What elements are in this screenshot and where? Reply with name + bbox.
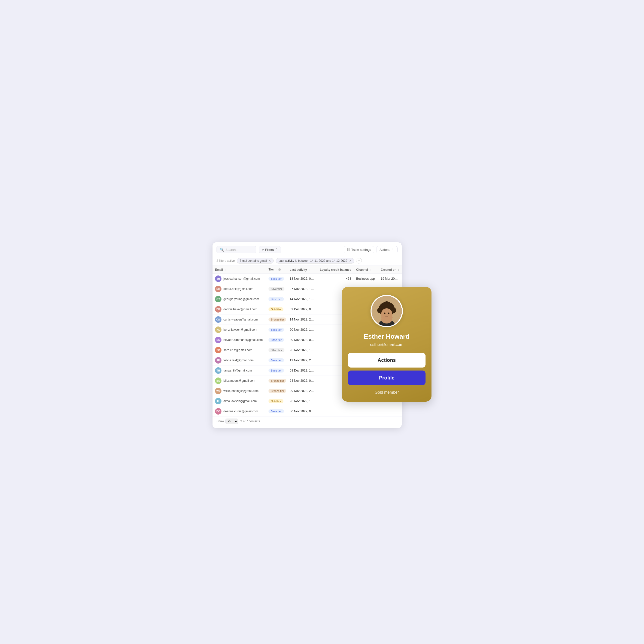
profile-card: Esther Howard esther@email.com Actions P… [342, 287, 431, 402]
cell-tier: Silver tier [266, 345, 287, 355]
row-avatar: TH [215, 367, 221, 374]
cell-email: DB debbie.baker@gmail.com [213, 304, 266, 315]
email-text: kenzi.lawson@gmail.com [223, 328, 257, 331]
filters-button[interactable]: ▿ Filters ⌃ [259, 246, 281, 253]
table-row[interactable]: JH jessica.hanson@gmail.com Base tier18 … [213, 274, 402, 284]
col-header-created[interactable]: Created on ↕ [378, 266, 402, 274]
cell-email: SC sara.cruz@gmail.com [213, 345, 266, 355]
email-text: georgia.young@gmail.com [223, 297, 259, 301]
row-avatar: DH [215, 286, 221, 292]
tier-sort-icon: ↕ [275, 268, 277, 271]
email-text: felicia.reid@gmail.com [223, 359, 254, 362]
table-settings-button[interactable]: ☷ Table settings [344, 246, 375, 253]
toolbar: 🔍 Search... ▿ Filters ⌃ ☷ Table settings… [213, 242, 402, 256]
filter-chip-activity-label: Last activity is between 14-11-2022 and … [278, 259, 347, 263]
cell-channel [354, 406, 378, 417]
row-avatar: GY [215, 296, 221, 302]
actions-button[interactable]: Actions ⋮ [376, 246, 398, 253]
cell-email: BS bill.sanders@gmail.com [213, 376, 266, 386]
total-label: of 407 contacts [240, 420, 260, 423]
tier-badge: Base tier [268, 409, 284, 413]
cell-activity: 09 Dec 2022, 07… [287, 304, 317, 315]
add-filter-button[interactable]: + [356, 258, 362, 264]
col-header-tier[interactable]: Tier ↕ ⓘ [266, 266, 287, 274]
tier-badge: Base tier [268, 338, 284, 342]
filter-chip-activity-close[interactable]: ✕ [349, 259, 352, 263]
filter-chip-email-label: Email contains gmail [239, 259, 267, 263]
toolbar-left: 🔍 Search... ▿ Filters ⌃ [216, 246, 281, 253]
filter-chip-email: Email contains gmail ✕ [237, 258, 274, 264]
cell-activity: 08 Dec 2022, 12… [287, 366, 317, 376]
cell-email: NS nevaeh.simmons@gmail.com [213, 335, 266, 345]
tier-badge: Silver tier [268, 287, 284, 291]
tier-badge: Bronze tier [268, 318, 286, 322]
cell-activity: 14 Nov 2022, 13:… [287, 294, 317, 304]
cell-tier: Bronze tier [266, 376, 287, 386]
per-page-select[interactable]: 25 50 100 [225, 419, 238, 424]
col-header-loyalty[interactable]: Loyalty credit balance [317, 266, 354, 274]
search-icon: 🔍 [220, 248, 224, 252]
profile-profile-button[interactable]: Profile [348, 371, 426, 385]
cell-tier: Base tier [266, 294, 287, 304]
row-avatar: CW [215, 316, 221, 323]
col-header-activity[interactable]: Last activity ↕ [287, 266, 317, 274]
search-input-placeholder: Search... [225, 248, 238, 252]
col-header-email[interactable]: Email ↕ [213, 266, 266, 274]
cell-activity: 27 Nov 2022, 10:22 [287, 284, 317, 294]
cell-tier: Base tier [266, 355, 287, 366]
email-text: willie.jennings@gmail.com [223, 389, 259, 393]
email-text: curtis.weaver@gmail.com [223, 318, 258, 321]
table-header-row: Email ↕ Tier ↕ ⓘ Last activity ↕ Loyalty… [213, 266, 402, 274]
row-avatar: AL [215, 398, 221, 404]
svg-point-14 [388, 313, 389, 314]
cell-tier: Base tier [266, 406, 287, 417]
email-text: alma.lawson@gmail.com [223, 399, 257, 403]
cell-activity: 14 Nov 2022, 23… [287, 315, 317, 325]
row-avatar: BS [215, 377, 221, 384]
cell-email: CW curtis.weaver@gmail.com [213, 315, 266, 325]
toolbar-right: ☷ Table settings Actions ⋮ [344, 246, 398, 253]
cell-email: JH jessica.hanson@gmail.com [213, 274, 266, 284]
row-avatar: WJ [215, 388, 221, 394]
row-avatar: JH [215, 275, 221, 282]
email-text: deanna.curtis@gmail.com [223, 410, 258, 413]
tier-badge: Base tier [268, 369, 284, 373]
filter-bar: 2 filters active Email contains gmail ✕ … [213, 256, 402, 266]
filter-chip-email-close[interactable]: ✕ [268, 259, 271, 263]
cell-tier: Gold tier [266, 396, 287, 406]
search-box[interactable]: 🔍 Search... [216, 246, 256, 253]
cell-tier: Bronze tier [266, 386, 287, 396]
tier-badge: Silver tier [268, 348, 284, 352]
profile-profile-label: Profile [379, 375, 394, 380]
profile-email: esther@email.com [370, 342, 403, 347]
tier-badge: Bronze tier [268, 389, 286, 393]
filters-chevron-icon: ⌃ [275, 248, 278, 252]
tier-badge: Base tier [268, 358, 284, 362]
filter-count: 2 filters active [216, 259, 235, 263]
pagination: Show 25 50 100 of 407 contacts [213, 417, 402, 426]
col-header-channel[interactable]: Channel ↕ [354, 266, 378, 274]
svg-point-9 [388, 304, 393, 309]
cell-activity: 20 Nov 2022, 11:… [287, 325, 317, 335]
cell-activity: 30 Nov 2022, 09… [287, 406, 317, 417]
cell-activity: 23 Nov 2022, 17… [287, 396, 317, 406]
cell-activity: 18 Nov 2022, 03:44 [287, 274, 317, 284]
filter-icon: ▿ [262, 248, 264, 252]
table-icon: ☷ [347, 248, 350, 252]
row-avatar: NS [215, 337, 221, 343]
row-avatar: SC [215, 347, 221, 353]
email-text: sara.cruz@gmail.com [223, 348, 252, 352]
filter-chip-activity: Last activity is between 14-11-2022 and … [276, 258, 354, 264]
tier-badge: Base tier [268, 297, 284, 301]
tier-badge: Bronze tier [268, 379, 286, 383]
email-text: tanya.hill@gmail.com [223, 369, 252, 372]
profile-actions-label: Actions [377, 357, 396, 363]
cell-loyalty [317, 406, 354, 417]
cell-email: GY georgia.young@gmail.com [213, 294, 266, 304]
row-avatar: KL [215, 326, 221, 333]
profile-name: Esther Howard [364, 333, 410, 340]
profile-actions-button[interactable]: Actions [348, 353, 426, 368]
cell-activity: 24 Nov 2022, 05… [287, 376, 317, 386]
table-row[interactable]: DC deanna.curtis@gmail.com Base tier30 N… [213, 406, 402, 417]
email-text: jessica.hanson@gmail.com [223, 277, 260, 280]
